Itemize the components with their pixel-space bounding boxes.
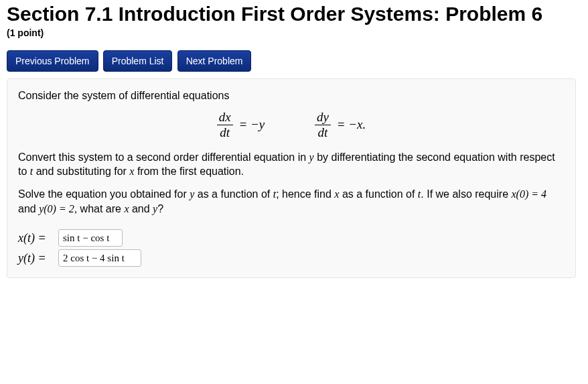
eq2-numerator: dy (315, 111, 331, 125)
equation-row: dx dt = −y dy dt = −x. (18, 111, 565, 141)
next-problem-button[interactable]: Next Problem (177, 50, 252, 72)
equation-dx-dt: dx dt = −y (217, 111, 265, 141)
problem-intro: Consider the system of differential equa… (18, 88, 565, 103)
y-of-t-input[interactable] (58, 249, 141, 267)
answer-row-x: x(t) = (18, 229, 565, 247)
problem-body: Consider the system of differential equa… (7, 78, 576, 279)
eq1-numerator: dx (217, 111, 233, 125)
answer-row-y: y(t) = (18, 249, 565, 267)
eq1-denominator: dt (217, 125, 233, 141)
y-of-t-label: y(t) = (18, 251, 58, 265)
equation-dy-dt: dy dt = −x. (315, 111, 366, 141)
problem-list-button[interactable]: Problem List (103, 50, 173, 72)
previous-problem-button[interactable]: Previous Problem (7, 50, 98, 72)
eq2-rhs: = −x. (337, 117, 366, 131)
x-of-t-label: x(t) = (18, 231, 58, 245)
x-of-t-input[interactable] (58, 229, 123, 247)
problem-para-2: Convert this system to a second order di… (18, 150, 565, 179)
eq2-denominator: dt (315, 125, 331, 141)
eq1-rhs: = −y (238, 117, 265, 131)
nav-row: Previous Problem Problem List Next Probl… (7, 50, 581, 72)
problem-para-3: Solve the equation you obtained for y as… (18, 187, 565, 216)
page-title: Section 7.1 Introduction First Order Sys… (7, 3, 581, 26)
points-label: (1 point) (7, 27, 581, 38)
